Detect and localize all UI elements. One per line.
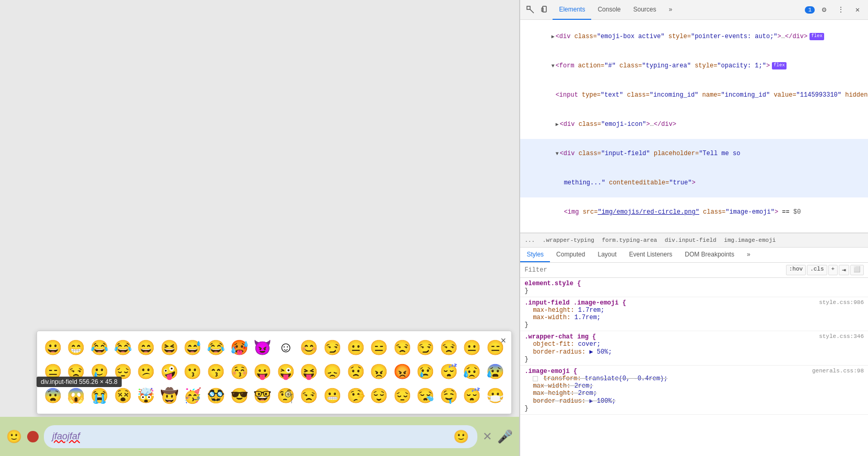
emoji-😞[interactable]: 😞	[322, 360, 343, 382]
emoji-r3-13[interactable]: 😬	[322, 384, 343, 406]
tree-line-2[interactable]: ▼<form action="#" class="typing-area" st…	[520, 51, 868, 80]
emoji-extra1[interactable]: 😴	[438, 360, 460, 382]
emoji-😀[interactable]: 😀	[42, 336, 64, 358]
emoji-😙[interactable]: 😙	[205, 360, 227, 382]
emoji-😗[interactable]: 😗	[182, 360, 204, 382]
emoji-r3-15[interactable]: 😌	[368, 384, 390, 406]
emoji-😏b[interactable]: 😏	[415, 336, 437, 358]
emoji-😛[interactable]: 😛	[252, 360, 273, 382]
emoji-r3-16[interactable]: 😔	[392, 384, 413, 406]
tree-line-6[interactable]: <img src="img/emojis/red-circle.png" cla…	[520, 197, 868, 227]
breadcrumb-form[interactable]: form.typing-area	[602, 237, 657, 243]
emoji-r3-2[interactable]: 😱	[66, 384, 87, 406]
emoji-😊[interactable]: 😊	[299, 336, 320, 358]
indent-button[interactable]: ⇥	[839, 265, 849, 275]
emoji-extra3[interactable]: 😰	[485, 360, 506, 382]
input-field[interactable]: jfaojfaf 🙂	[44, 425, 477, 448]
devtools-more-button[interactable]: ⋮	[834, 3, 848, 17]
emoji-r3-20[interactable]: 😷	[485, 384, 506, 406]
tree-line-5[interactable]: ▼<div class="input-field" placeholder="T…	[520, 139, 868, 168]
devtools-close-button[interactable]: ✕	[850, 3, 865, 17]
tree-line-4[interactable]: ▶<div class="emoji-icon">…</div>	[520, 110, 868, 139]
emoji-🤪[interactable]: 🤪	[159, 360, 180, 382]
emoji-😑[interactable]: 😑	[368, 336, 390, 358]
emoji-r3-19[interactable]: 😴	[462, 384, 483, 406]
mic-button[interactable]: 🎤	[497, 429, 513, 444]
html-tree[interactable]: ▶<div class="emoji-box active" style="po…	[520, 20, 868, 233]
emoji-😜[interactable]: 😜	[275, 360, 297, 382]
emoji-😂[interactable]: 😂	[89, 336, 110, 358]
browser-content: × 😀 😁 😂 😂 😄 😆 😅 😂 🥵 😈 ☺️ 😊 😏 😐 😑 😒 😏 😒 😐…	[0, 0, 519, 456]
plus-button[interactable]: +	[828, 265, 838, 275]
emoji-😈[interactable]: 😈	[252, 336, 273, 358]
emoji-r3-11[interactable]: 🧐	[275, 384, 297, 406]
emoji-r3-14[interactable]: 🤥	[345, 384, 367, 406]
breadcrumb-image-emoji[interactable]: img.image-emoji	[724, 237, 776, 243]
emoji-r3-1[interactable]: 😨	[42, 384, 64, 406]
devtools-device-button[interactable]	[538, 3, 553, 17]
emoji-r3-7[interactable]: 🥳	[182, 384, 204, 406]
emoji-☺️[interactable]: ☺️	[275, 336, 297, 358]
emoji-r3-18[interactable]: 🤤	[438, 384, 460, 406]
tab-styles-more[interactable]: »	[741, 248, 757, 262]
emoji-🥵[interactable]: 🥵	[229, 336, 250, 358]
css-prop-object-fit: object-fit: cover;	[524, 341, 864, 348]
emoji-😕[interactable]: 😕	[135, 360, 157, 382]
input-text[interactable]: jfaojfaf	[52, 431, 449, 442]
close-button[interactable]: ✕	[483, 430, 492, 443]
emoji-extra2[interactable]: 😥	[462, 360, 483, 382]
tab-more[interactable]: »	[663, 0, 679, 20]
emoji-😅[interactable]: 😅	[182, 336, 204, 358]
breadcrumb-wrapper-typing[interactable]: .wrapper-typing	[543, 237, 594, 243]
emoji-😒[interactable]: 😒	[392, 336, 413, 358]
tree-line-1[interactable]: ▶<div class="emoji-box active" style="po…	[520, 22, 868, 51]
tab-layout[interactable]: Layout	[591, 248, 623, 262]
filter-input[interactable]	[524, 266, 783, 274]
emoji-r3-10[interactable]: 🤓	[252, 384, 273, 406]
emoji-😁[interactable]: 😁	[66, 336, 87, 358]
tree-line-7[interactable]: "&nbsp;jfaojfaf&nbsp;"	[520, 227, 868, 233]
transform-checkbox[interactable]	[533, 376, 538, 381]
cls-button[interactable]: .cls	[807, 265, 827, 275]
emoji-😚[interactable]: 😚	[229, 360, 250, 382]
emoji-😂b[interactable]: 😂	[112, 336, 134, 358]
emoji-button-left[interactable]: 🙂	[6, 429, 22, 444]
tab-computed[interactable]: Computed	[550, 248, 591, 262]
breadcrumb-input-field[interactable]: div.input-field	[665, 237, 717, 243]
emoji-😠[interactable]: 😠	[368, 360, 390, 382]
emoji-r3-17[interactable]: 😪	[415, 384, 437, 406]
emoji-close-button[interactable]: ×	[500, 335, 506, 346]
emoji-😆[interactable]: 😆	[159, 336, 180, 358]
emoji-r3-12[interactable]: 😒	[299, 384, 320, 406]
emoji-r3-3[interactable]: 😭	[89, 384, 110, 406]
css-selector-input-emoji: .input-field .image-emoji { style.css:98…	[524, 299, 864, 307]
emoji-r3-6[interactable]: 🤠	[159, 384, 180, 406]
emoji-r3-5[interactable]: 🤯	[135, 384, 157, 406]
emoji-😢[interactable]: 😢	[415, 360, 437, 382]
tab-event-listeners[interactable]: Event Listeners	[623, 248, 679, 262]
emoji-😏[interactable]: 😏	[322, 336, 343, 358]
emoji-😂c[interactable]: 😂	[205, 336, 227, 358]
emoji-😐[interactable]: 😐	[345, 336, 367, 358]
tree-line-3[interactable]: <input type="text" class="incoming_id" n…	[520, 80, 868, 110]
emoji-😟[interactable]: 😟	[345, 360, 367, 382]
emoji-r3-9[interactable]: 😎	[229, 384, 250, 406]
emoji-😒b[interactable]: 😒	[438, 336, 460, 358]
devtools-inspect-button[interactable]	[523, 3, 538, 17]
emoji-button-right[interactable]: 🙂	[453, 429, 469, 444]
tab-sources[interactable]: Sources	[627, 0, 662, 20]
emoji-😝[interactable]: 😝	[299, 360, 320, 382]
devtools-settings-button[interactable]: ⚙	[817, 3, 831, 17]
tab-dom-breakpoints[interactable]: DOM Breakpoints	[678, 248, 741, 262]
expand-button[interactable]: ⬜	[850, 265, 864, 275]
tab-elements[interactable]: Elements	[553, 0, 591, 20]
emoji-r3-4[interactable]: 😵	[112, 384, 134, 406]
hov-button[interactable]: :hov	[786, 265, 806, 275]
emoji-😡[interactable]: 😡	[392, 360, 413, 382]
emoji-😄[interactable]: 😄	[135, 336, 157, 358]
breadcrumb-ellipsis[interactable]: ...	[524, 237, 535, 243]
emoji-r3-8[interactable]: 🥸	[205, 384, 227, 406]
tab-console[interactable]: Console	[591, 0, 627, 20]
emoji-😐b[interactable]: 😐	[462, 336, 483, 358]
tab-styles[interactable]: Styles	[520, 248, 550, 262]
